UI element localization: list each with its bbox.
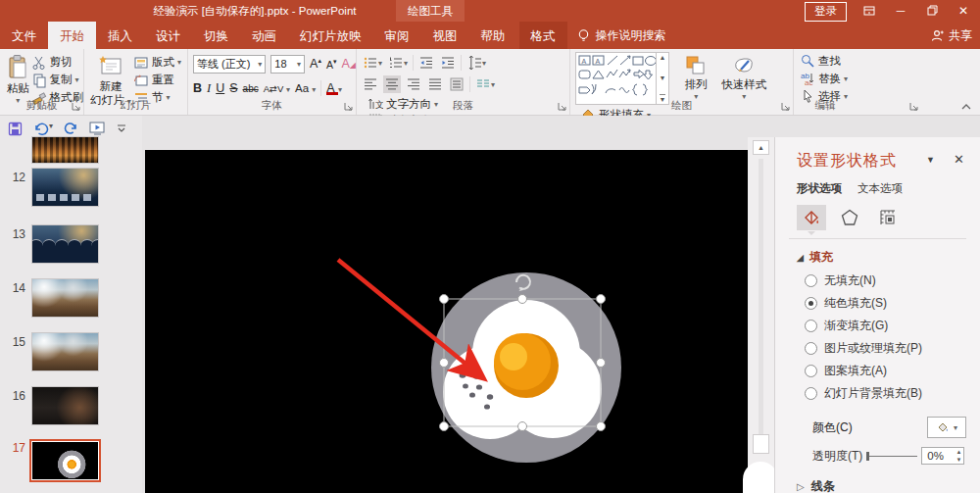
arrange-button[interactable]: 排列 ▾: [676, 52, 715, 101]
change-case-button[interactable]: Aa ▾: [295, 82, 316, 94]
slide-thumbnail-15[interactable]: [32, 333, 98, 370]
cut-button[interactable]: 剪切: [31, 54, 84, 71]
tab-transitions[interactable]: 切换: [192, 22, 240, 49]
increase-font-icon[interactable]: A▴: [310, 57, 321, 71]
decrease-indent-icon[interactable]: [417, 54, 435, 72]
clipboard-dialog-launcher-icon[interactable]: [72, 102, 81, 112]
font-color-button[interactable]: A ▾: [326, 81, 342, 95]
minimize-icon[interactable]: ─: [884, 0, 917, 22]
tab-home[interactable]: 开始: [48, 22, 96, 49]
transparency-slider[interactable]: [866, 456, 917, 457]
start-slideshow-icon[interactable]: [89, 122, 106, 135]
tab-design[interactable]: 设计: [144, 22, 192, 49]
effects-icon[interactable]: [835, 205, 864, 230]
reset-button[interactable]: 重置: [133, 72, 181, 88]
line-spacing-button[interactable]: ▾: [466, 54, 487, 72]
fill-option-1[interactable]: 纯色填充(S): [805, 292, 980, 315]
distribute-icon[interactable]: [448, 75, 466, 93]
fill-option-0[interactable]: 无填充(N): [805, 270, 980, 292]
line-section-header[interactable]: ▷ 线条: [797, 478, 980, 493]
quick-access-toolbar: ▾: [8, 119, 126, 138]
slide-thumbnail-16[interactable]: [32, 387, 98, 424]
customize-qat-icon[interactable]: [117, 123, 126, 133]
close-icon[interactable]: ✕: [947, 0, 980, 22]
numbering-button[interactable]: ▾: [387, 54, 409, 72]
tab-insert[interactable]: 插入: [96, 22, 144, 49]
shadow-abc-button[interactable]: abc: [243, 83, 259, 94]
decrease-font-icon[interactable]: A▾: [326, 58, 337, 71]
font-family-select[interactable]: 等线 (正文)▾: [193, 55, 266, 74]
tab-file[interactable]: 文件: [0, 22, 48, 49]
find-button[interactable]: 查找: [800, 52, 857, 70]
bold-button[interactable]: B: [193, 81, 202, 95]
paste-button[interactable]: 粘贴 ▾: [5, 52, 31, 106]
fill-and-line-icon[interactable]: [797, 205, 826, 230]
redo-icon[interactable]: [64, 122, 78, 136]
italic-button[interactable]: I: [207, 81, 211, 96]
justify-icon[interactable]: [426, 75, 444, 93]
save-icon[interactable]: [8, 122, 23, 136]
arrange-icon: [684, 54, 708, 77]
fill-option-2[interactable]: 渐变填充(G): [805, 315, 980, 337]
scroll-up-icon[interactable]: ▲: [753, 140, 769, 155]
slide-editing-surface[interactable]: [145, 150, 748, 493]
slide-thumbnail-17-selected[interactable]: [29, 439, 101, 482]
pane-tab-text-options[interactable]: 文本选项: [858, 181, 903, 196]
pane-tab-shape-options[interactable]: 形状选项: [797, 181, 842, 196]
size-properties-icon[interactable]: [873, 205, 903, 230]
tell-me-search[interactable]: 操作说明搜索: [567, 22, 676, 49]
group-font: 等线 (正文)▾ 18▾ A▴ A▾ A◢ B I U S abc A⇄V ▾ …: [188, 49, 357, 115]
sign-in-button[interactable]: 登录: [805, 2, 847, 22]
tab-help[interactable]: 帮助: [469, 22, 517, 49]
fill-color-button[interactable]: ▾: [927, 417, 966, 438]
transparency-value-spinner[interactable]: 0% ▲▼: [921, 447, 964, 465]
collapse-ribbon-icon[interactable]: [960, 103, 972, 111]
increase-indent-icon[interactable]: [439, 54, 457, 72]
canvas-vertical-scrollbar[interactable]: ▲: [748, 137, 774, 493]
paragraph-dialog-launcher-icon[interactable]: [558, 102, 567, 112]
slide-thumbnail-11-partial[interactable]: [32, 137, 98, 163]
slide-thumbnail-12[interactable]: [32, 169, 98, 206]
underline-button[interactable]: U: [216, 81, 224, 95]
editing-dialog-launcher-icon[interactable]: [909, 102, 919, 112]
scrollbar-thumb[interactable]: [753, 434, 769, 454]
slide-thumbnail-14[interactable]: [32, 279, 98, 317]
shapes-gallery-scroll[interactable]: ▲▼▼: [656, 53, 668, 104]
tab-format-context[interactable]: 格式: [519, 22, 567, 49]
clear-formatting-icon[interactable]: A◢: [342, 57, 357, 71]
format-shape-pane: 设置形状格式 ▼ ✕ 形状选项 文本选项 ◢ 填充 无填充(N) 纯色填充(S)…: [774, 137, 980, 493]
slide-thumbnail-13[interactable]: [32, 225, 98, 263]
bullets-button[interactable]: ▾: [362, 54, 383, 72]
fill-section-header[interactable]: ◢ 填充: [797, 249, 980, 266]
layout-button[interactable]: 版式▾: [133, 54, 181, 71]
svg-text:A: A: [582, 58, 587, 65]
fill-option-3[interactable]: 图片或纹理填充(P): [805, 337, 980, 360]
copy-button[interactable]: 复制▾: [31, 72, 84, 88]
pane-close-icon[interactable]: ✕: [954, 152, 964, 167]
tab-view[interactable]: 视图: [421, 22, 469, 49]
align-right-icon[interactable]: [405, 75, 422, 93]
align-left-icon[interactable]: [362, 75, 379, 93]
font-dialog-launcher-icon[interactable]: [344, 102, 354, 112]
replace-button[interactable]: abac 替换▾: [800, 70, 857, 87]
strikethrough-button[interactable]: S: [229, 81, 237, 95]
undo-button[interactable]: ▾: [33, 122, 53, 136]
fill-option-4[interactable]: 图案填充(A): [805, 360, 980, 382]
restore-icon[interactable]: [915, 0, 949, 22]
font-size-select[interactable]: 18▾: [270, 55, 305, 74]
drawing-dialog-launcher-icon[interactable]: [781, 102, 791, 112]
transparency-label: 透明度(T): [812, 448, 862, 465]
character-spacing-button[interactable]: A⇄V ▾: [264, 83, 290, 94]
radio-icon: [805, 297, 817, 310]
pane-options-icon[interactable]: ▼: [926, 155, 935, 165]
ribbon-options-icon[interactable]: [853, 0, 886, 22]
columns-button[interactable]: ▾: [474, 75, 496, 93]
quick-styles-button[interactable]: 快速样式 ▾: [717, 52, 770, 101]
align-center-icon[interactable]: [383, 75, 401, 93]
shapes-gallery[interactable]: A A ▲▼▼: [575, 52, 669, 105]
share-button[interactable]: 共享: [931, 22, 972, 49]
tab-animations[interactable]: 动画: [240, 22, 288, 49]
tab-review[interactable]: 审阅: [373, 22, 421, 49]
fill-option-5[interactable]: 幻灯片背景填充(B): [805, 382, 980, 405]
tab-slideshow[interactable]: 幻灯片放映: [288, 22, 373, 49]
